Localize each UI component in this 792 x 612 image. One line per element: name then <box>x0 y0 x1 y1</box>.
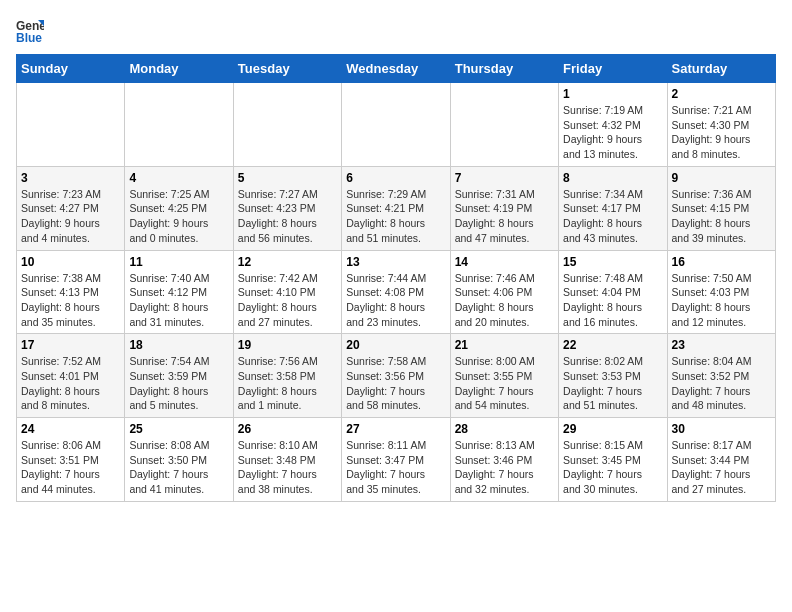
day-number: 22 <box>563 338 662 352</box>
day-number: 7 <box>455 171 554 185</box>
calendar-cell: 28Sunrise: 8:13 AM Sunset: 3:46 PM Dayli… <box>450 418 558 502</box>
calendar-week-5: 24Sunrise: 8:06 AM Sunset: 3:51 PM Dayli… <box>17 418 776 502</box>
calendar-week-4: 17Sunrise: 7:52 AM Sunset: 4:01 PM Dayli… <box>17 334 776 418</box>
day-number: 8 <box>563 171 662 185</box>
day-info: Sunrise: 8:11 AM Sunset: 3:47 PM Dayligh… <box>346 438 445 497</box>
day-info: Sunrise: 7:21 AM Sunset: 4:30 PM Dayligh… <box>672 103 771 162</box>
day-number: 3 <box>21 171 120 185</box>
logo: General Blue <box>16 16 48 44</box>
day-info: Sunrise: 7:40 AM Sunset: 4:12 PM Dayligh… <box>129 271 228 330</box>
calendar-cell: 17Sunrise: 7:52 AM Sunset: 4:01 PM Dayli… <box>17 334 125 418</box>
day-info: Sunrise: 7:36 AM Sunset: 4:15 PM Dayligh… <box>672 187 771 246</box>
calendar-cell: 25Sunrise: 8:08 AM Sunset: 3:50 PM Dayli… <box>125 418 233 502</box>
calendar-cell: 13Sunrise: 7:44 AM Sunset: 4:08 PM Dayli… <box>342 250 450 334</box>
day-number: 30 <box>672 422 771 436</box>
calendar-cell: 7Sunrise: 7:31 AM Sunset: 4:19 PM Daylig… <box>450 166 558 250</box>
day-number: 16 <box>672 255 771 269</box>
day-info: Sunrise: 8:10 AM Sunset: 3:48 PM Dayligh… <box>238 438 337 497</box>
calendar-cell: 23Sunrise: 8:04 AM Sunset: 3:52 PM Dayli… <box>667 334 775 418</box>
day-info: Sunrise: 8:06 AM Sunset: 3:51 PM Dayligh… <box>21 438 120 497</box>
col-header-thursday: Thursday <box>450 55 558 83</box>
day-info: Sunrise: 7:56 AM Sunset: 3:58 PM Dayligh… <box>238 354 337 413</box>
day-number: 9 <box>672 171 771 185</box>
calendar-cell: 26Sunrise: 8:10 AM Sunset: 3:48 PM Dayli… <box>233 418 341 502</box>
day-info: Sunrise: 8:04 AM Sunset: 3:52 PM Dayligh… <box>672 354 771 413</box>
calendar-cell: 15Sunrise: 7:48 AM Sunset: 4:04 PM Dayli… <box>559 250 667 334</box>
col-header-friday: Friday <box>559 55 667 83</box>
day-info: Sunrise: 7:44 AM Sunset: 4:08 PM Dayligh… <box>346 271 445 330</box>
calendar-cell: 11Sunrise: 7:40 AM Sunset: 4:12 PM Dayli… <box>125 250 233 334</box>
calendar-cell: 10Sunrise: 7:38 AM Sunset: 4:13 PM Dayli… <box>17 250 125 334</box>
day-number: 28 <box>455 422 554 436</box>
col-header-saturday: Saturday <box>667 55 775 83</box>
calendar-week-2: 3Sunrise: 7:23 AM Sunset: 4:27 PM Daylig… <box>17 166 776 250</box>
calendar-cell: 12Sunrise: 7:42 AM Sunset: 4:10 PM Dayli… <box>233 250 341 334</box>
day-number: 19 <box>238 338 337 352</box>
calendar-cell: 27Sunrise: 8:11 AM Sunset: 3:47 PM Dayli… <box>342 418 450 502</box>
day-number: 21 <box>455 338 554 352</box>
day-info: Sunrise: 7:46 AM Sunset: 4:06 PM Dayligh… <box>455 271 554 330</box>
calendar-cell: 3Sunrise: 7:23 AM Sunset: 4:27 PM Daylig… <box>17 166 125 250</box>
day-info: Sunrise: 8:02 AM Sunset: 3:53 PM Dayligh… <box>563 354 662 413</box>
day-number: 20 <box>346 338 445 352</box>
calendar-cell: 4Sunrise: 7:25 AM Sunset: 4:25 PM Daylig… <box>125 166 233 250</box>
day-number: 15 <box>563 255 662 269</box>
day-number: 1 <box>563 87 662 101</box>
day-info: Sunrise: 7:42 AM Sunset: 4:10 PM Dayligh… <box>238 271 337 330</box>
day-info: Sunrise: 8:15 AM Sunset: 3:45 PM Dayligh… <box>563 438 662 497</box>
calendar-week-1: 1Sunrise: 7:19 AM Sunset: 4:32 PM Daylig… <box>17 83 776 167</box>
calendar-cell: 30Sunrise: 8:17 AM Sunset: 3:44 PM Dayli… <box>667 418 775 502</box>
day-info: Sunrise: 8:13 AM Sunset: 3:46 PM Dayligh… <box>455 438 554 497</box>
day-info: Sunrise: 7:29 AM Sunset: 4:21 PM Dayligh… <box>346 187 445 246</box>
calendar-cell: 14Sunrise: 7:46 AM Sunset: 4:06 PM Dayli… <box>450 250 558 334</box>
calendar-cell <box>17 83 125 167</box>
day-info: Sunrise: 7:25 AM Sunset: 4:25 PM Dayligh… <box>129 187 228 246</box>
calendar-cell: 24Sunrise: 8:06 AM Sunset: 3:51 PM Dayli… <box>17 418 125 502</box>
calendar-cell: 16Sunrise: 7:50 AM Sunset: 4:03 PM Dayli… <box>667 250 775 334</box>
day-info: Sunrise: 7:52 AM Sunset: 4:01 PM Dayligh… <box>21 354 120 413</box>
day-info: Sunrise: 7:54 AM Sunset: 3:59 PM Dayligh… <box>129 354 228 413</box>
day-number: 25 <box>129 422 228 436</box>
calendar-cell: 5Sunrise: 7:27 AM Sunset: 4:23 PM Daylig… <box>233 166 341 250</box>
calendar-cell <box>233 83 341 167</box>
header: General Blue <box>16 16 776 44</box>
calendar-cell: 19Sunrise: 7:56 AM Sunset: 3:58 PM Dayli… <box>233 334 341 418</box>
day-number: 24 <box>21 422 120 436</box>
day-info: Sunrise: 8:08 AM Sunset: 3:50 PM Dayligh… <box>129 438 228 497</box>
day-number: 23 <box>672 338 771 352</box>
day-number: 4 <box>129 171 228 185</box>
calendar-cell <box>125 83 233 167</box>
col-header-monday: Monday <box>125 55 233 83</box>
day-info: Sunrise: 7:27 AM Sunset: 4:23 PM Dayligh… <box>238 187 337 246</box>
calendar-cell: 1Sunrise: 7:19 AM Sunset: 4:32 PM Daylig… <box>559 83 667 167</box>
day-info: Sunrise: 7:58 AM Sunset: 3:56 PM Dayligh… <box>346 354 445 413</box>
calendar-cell: 21Sunrise: 8:00 AM Sunset: 3:55 PM Dayli… <box>450 334 558 418</box>
day-info: Sunrise: 7:19 AM Sunset: 4:32 PM Dayligh… <box>563 103 662 162</box>
calendar-cell: 29Sunrise: 8:15 AM Sunset: 3:45 PM Dayli… <box>559 418 667 502</box>
day-number: 12 <box>238 255 337 269</box>
calendar-cell: 9Sunrise: 7:36 AM Sunset: 4:15 PM Daylig… <box>667 166 775 250</box>
calendar-header-row: SundayMondayTuesdayWednesdayThursdayFrid… <box>17 55 776 83</box>
calendar-cell: 6Sunrise: 7:29 AM Sunset: 4:21 PM Daylig… <box>342 166 450 250</box>
day-info: Sunrise: 8:17 AM Sunset: 3:44 PM Dayligh… <box>672 438 771 497</box>
day-info: Sunrise: 7:50 AM Sunset: 4:03 PM Dayligh… <box>672 271 771 330</box>
day-number: 2 <box>672 87 771 101</box>
calendar-cell: 22Sunrise: 8:02 AM Sunset: 3:53 PM Dayli… <box>559 334 667 418</box>
logo-icon: General Blue <box>16 16 44 44</box>
calendar-cell: 18Sunrise: 7:54 AM Sunset: 3:59 PM Dayli… <box>125 334 233 418</box>
calendar-cell <box>342 83 450 167</box>
day-info: Sunrise: 7:23 AM Sunset: 4:27 PM Dayligh… <box>21 187 120 246</box>
day-number: 6 <box>346 171 445 185</box>
col-header-wednesday: Wednesday <box>342 55 450 83</box>
day-info: Sunrise: 7:31 AM Sunset: 4:19 PM Dayligh… <box>455 187 554 246</box>
calendar-cell: 8Sunrise: 7:34 AM Sunset: 4:17 PM Daylig… <box>559 166 667 250</box>
col-header-tuesday: Tuesday <box>233 55 341 83</box>
svg-text:Blue: Blue <box>16 31 42 44</box>
day-number: 27 <box>346 422 445 436</box>
day-number: 14 <box>455 255 554 269</box>
day-number: 17 <box>21 338 120 352</box>
calendar-week-3: 10Sunrise: 7:38 AM Sunset: 4:13 PM Dayli… <box>17 250 776 334</box>
day-number: 10 <box>21 255 120 269</box>
day-info: Sunrise: 7:38 AM Sunset: 4:13 PM Dayligh… <box>21 271 120 330</box>
col-header-sunday: Sunday <box>17 55 125 83</box>
